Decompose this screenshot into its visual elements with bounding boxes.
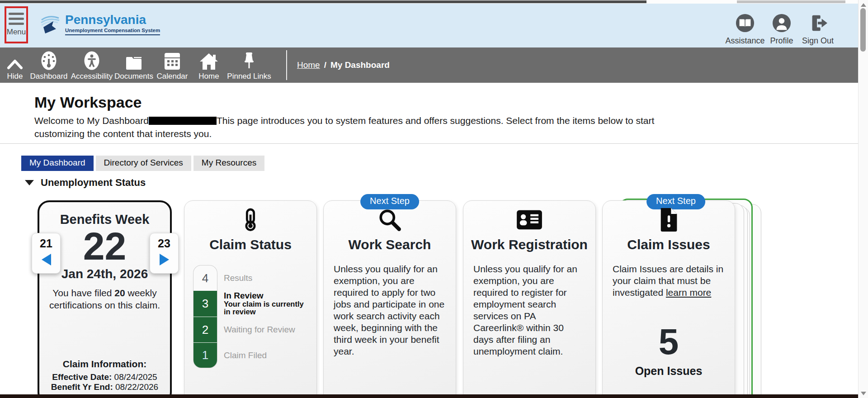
app-header: Menu Pennsylvania Unemployment Compensat… (0, 4, 858, 47)
welcome-text: Welcome to My DashboardThis page introdu… (34, 114, 685, 140)
logo-text: Pennsylvania Unemployment Compensation S… (65, 14, 160, 35)
work-search-body: Unless you qualify for an exemption, you… (334, 263, 446, 357)
menu-button[interactable]: Menu (5, 6, 28, 43)
step-number: 3 (193, 291, 217, 317)
step-label: In Review Your claim is currently in rev… (217, 291, 316, 317)
work-registration-title: Work Registration (463, 237, 595, 252)
pin-icon (224, 51, 274, 71)
step-number: 1 (193, 342, 217, 368)
toolbar-label: Dashboard (28, 72, 69, 81)
step-row-claim-filed: 1 Claim Filed (193, 342, 316, 368)
window-top-line-light (737, 0, 845, 3)
step-label-text: Claim Filed (224, 351, 316, 360)
thermometer-icon (184, 206, 316, 233)
toolbar-item-documents[interactable]: Documents (111, 51, 156, 81)
bottom-window-edge (0, 394, 858, 398)
redacted-name (149, 117, 217, 125)
logo-subtitle: Unemployment Compensation System (65, 28, 160, 35)
welcome-prefix: Welcome to My Dashboard (34, 115, 149, 126)
breadcrumb-home-link[interactable]: Home (297, 60, 320, 70)
work-search-card: Next Step Work Search Unless you qualify… (323, 200, 456, 398)
search-icon (324, 206, 456, 233)
tab-my-resources[interactable]: My Resources (193, 156, 264, 171)
collapse-triangle-icon (25, 180, 34, 185)
claim-information: Claim Information: Effective Date: 08/24… (39, 359, 170, 398)
step-label: Results (217, 265, 316, 291)
tab-directory-of-services[interactable]: Directory of Services (96, 156, 191, 171)
window-top-line-dark (0, 0, 646, 3)
next-week-number: 23 (150, 237, 178, 250)
prev-week-number: 21 (32, 237, 60, 250)
toolbar-label: Calendar (152, 72, 193, 81)
tab-my-dashboard[interactable]: My Dashboard (21, 156, 94, 171)
claim-status-card: Claim Status 4 Results 3 In Review Your … (184, 200, 317, 398)
workspace-header: My Workspace Welcome to My DashboardThis… (0, 83, 858, 144)
claim-issues-body: Claim Issues are details in your claim t… (613, 263, 725, 298)
breadcrumb-separator: / (324, 60, 326, 70)
toolbar-separator (286, 50, 287, 80)
step-number: 4 (193, 265, 217, 291)
toolbar-label: Home (193, 72, 225, 81)
step-label-text: Waiting for Review (224, 325, 316, 335)
step-label-text: Results (224, 273, 316, 283)
learn-more-link[interactable]: learn more (666, 287, 711, 298)
arrow-left-icon (42, 254, 51, 265)
toolbar: Hide Dashboard (0, 47, 858, 83)
sign-out-icon (808, 14, 827, 33)
step-row-waiting: 2 Waiting for Review (193, 317, 316, 342)
folder-icon (111, 51, 156, 71)
field-value: 08/22/2026 (115, 382, 158, 392)
toolbar-label: Pinned Links (224, 72, 274, 81)
status-cards-row: Benefits Week 22 Jan 24th, 2026 You have… (0, 200, 858, 398)
step-row-results: 4 Results (193, 265, 316, 291)
step-number: 2 (193, 317, 217, 342)
step-sublabel-text: Your claim is currently in review (224, 300, 305, 316)
toolbar-item-hide[interactable]: Hide (1, 51, 28, 81)
scrollbar-thumb[interactable] (860, 8, 866, 52)
section-title: Unemployment Status (41, 177, 146, 189)
toolbar-item-dashboard[interactable]: Dashboard (28, 51, 69, 81)
claim-status-title: Claim Status (184, 237, 316, 252)
arrow-right-icon (160, 254, 169, 265)
dashboard-tabs: My Dashboard Directory of Services My Re… (21, 156, 264, 171)
toolbar-item-calendar[interactable]: Calendar (152, 51, 193, 81)
hamburger-icon (9, 13, 24, 25)
scroll-down-arrow-icon[interactable] (861, 392, 866, 395)
book-icon (736, 14, 755, 33)
toolbar-label: Documents (111, 72, 156, 81)
toolbar-label: Accessibility (67, 72, 117, 81)
document-alert-icon (603, 206, 735, 233)
pa-uc-logo: Pennsylvania Unemployment Compensation S… (40, 14, 160, 35)
filed-certifications-text: You have filed 20 weekly certifications … (48, 287, 162, 312)
claim-info-row: Effective Date: 08/24/2025 (39, 372, 170, 382)
claim-issues-card: Next Step Claim Issues Claim Issues are … (602, 200, 735, 398)
gauge-icon (28, 51, 69, 71)
page-title: My Workspace (34, 94, 142, 111)
claim-issues-title: Claim Issues (603, 237, 735, 252)
prev-week-button[interactable]: 21 (32, 233, 61, 274)
section-unemployment-status[interactable]: Unemployment Status (25, 177, 146, 189)
scroll-up-arrow-icon[interactable] (861, 3, 866, 7)
vertical-scrollbar[interactable] (858, 0, 868, 398)
home-icon (193, 51, 225, 71)
open-issues-count: 5 (603, 324, 735, 360)
toolbar-item-accessibility[interactable]: Accessibility (67, 51, 117, 81)
next-week-button[interactable]: 23 (150, 233, 179, 274)
accessibility-icon (67, 51, 117, 71)
toolbar-item-pinned-links[interactable]: Pinned Links (224, 51, 274, 81)
claim-info-title: Claim Information: (39, 359, 170, 370)
keystone-logo-icon (40, 14, 61, 35)
next-step-badge: Next Step (360, 194, 419, 209)
person-circle-icon (772, 14, 791, 33)
toolbar-label: Hide (1, 72, 28, 81)
work-registration-body: Unless you qualify for an exemption, you… (473, 263, 585, 357)
field-label: Benefit Yr End: (51, 382, 113, 392)
pa-uc-dashboard: Menu Pennsylvania Unemployment Compensat… (0, 0, 868, 398)
step-label: Claim Filed (217, 342, 316, 368)
filed-prefix: You have filed (52, 288, 112, 298)
toolbar-item-home[interactable]: Home (193, 51, 225, 81)
step-label: Waiting for Review (217, 317, 316, 342)
benefits-week-card: Benefits Week 22 Jan 24th, 2026 You have… (38, 200, 172, 398)
logo-title: Pennsylvania (65, 14, 160, 26)
sign-out-button[interactable]: Sign Out (795, 14, 840, 46)
